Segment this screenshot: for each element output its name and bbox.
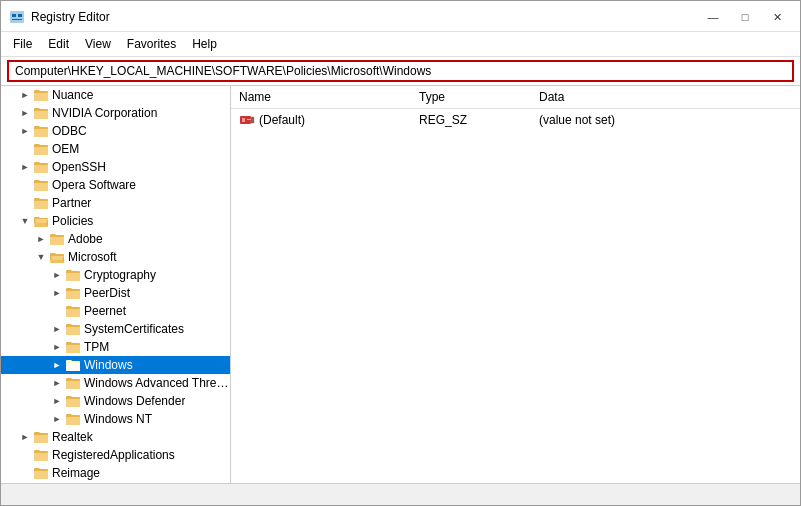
tree-label: Windows — [84, 358, 133, 372]
expand-arrow[interactable]: ► — [17, 87, 33, 103]
expand-arrow[interactable]: ► — [49, 393, 65, 409]
address-path: Computer\HKEY_LOCAL_MACHINE\SOFTWARE\Pol… — [15, 64, 431, 78]
cell-type: REG_SZ — [419, 113, 539, 127]
tree-label: Microsoft — [68, 250, 117, 264]
folder-icon — [33, 142, 49, 156]
tree-item-peernet[interactable]: ► Peernet — [1, 302, 230, 320]
tree-item-windows[interactable]: ► Windows — [1, 356, 230, 374]
tree-item-openssh[interactable]: ► OpenSSH — [1, 158, 230, 176]
tree-item-odbc[interactable]: ► ODBC — [1, 122, 230, 140]
maximize-button[interactable]: □ — [730, 7, 760, 27]
tree-item-reimage[interactable]: ► Reimage — [1, 464, 230, 482]
title-bar-left: Registry Editor — [9, 9, 110, 25]
tree-label: NVIDIA Corporation — [52, 106, 157, 120]
expand-arrow[interactable]: ► — [17, 123, 33, 139]
folder-icon — [65, 340, 81, 354]
expand-arrow[interactable]: ► — [49, 357, 65, 373]
expand-arrow[interactable]: ► — [17, 159, 33, 175]
expand-arrow[interactable]: ► — [49, 321, 65, 337]
tree-label: RegisteredApplications — [52, 448, 175, 462]
tree-item-watp[interactable]: ► Windows Advanced Threat Prote — [1, 374, 230, 392]
address-bar: Computer\HKEY_LOCAL_MACHINE\SOFTWARE\Pol… — [1, 57, 800, 86]
tree-item-cryptography[interactable]: ► Cryptography — [1, 266, 230, 284]
tree-item-partner[interactable]: ► Partner — [1, 194, 230, 212]
tree-label: TPM — [84, 340, 109, 354]
folder-icon — [33, 466, 49, 480]
tree-item-opera[interactable]: ► Opera Software — [1, 176, 230, 194]
tree-item-nuance[interactable]: ► Nuance — [1, 86, 230, 104]
column-type: Type — [419, 90, 539, 104]
tree-label: Realtek — [52, 430, 93, 444]
expand-arrow[interactable]: ► — [49, 339, 65, 355]
tree-label: Opera Software — [52, 178, 136, 192]
column-data: Data — [539, 90, 792, 104]
folder-icon — [33, 448, 49, 462]
tree-label: Policies — [52, 214, 93, 228]
address-box[interactable]: Computer\HKEY_LOCAL_MACHINE\SOFTWARE\Pol… — [7, 60, 794, 82]
column-name: Name — [239, 90, 419, 104]
folder-icon — [65, 358, 81, 372]
tree-item-adobe[interactable]: ► Adobe — [1, 230, 230, 248]
folder-icon — [33, 88, 49, 102]
tree-label: PeerDist — [84, 286, 130, 300]
tree-item-systemcerts[interactable]: ► SystemCertificates — [1, 320, 230, 338]
svg-rect-1 — [12, 14, 16, 17]
detail-rows: (Default) REG_SZ (value not set) — [231, 109, 800, 483]
tree-item-oem[interactable]: ► OEM — [1, 140, 230, 158]
svg-point-8 — [251, 119, 254, 122]
detail-header: Name Type Data — [231, 86, 800, 109]
tree-item-registered-apps[interactable]: ► RegisteredApplications — [1, 446, 230, 464]
expand-arrow[interactable]: ► — [33, 231, 49, 247]
cell-data: (value not set) — [539, 113, 792, 127]
tree-label: Windows Defender — [84, 394, 185, 408]
detail-row-default[interactable]: (Default) REG_SZ (value not set) — [231, 111, 800, 129]
tree-label: SystemCertificates — [84, 322, 184, 336]
expand-arrow[interactable]: ► — [17, 429, 33, 445]
expand-arrow[interactable]: ► — [49, 411, 65, 427]
tree-label: Windows NT — [84, 412, 152, 426]
folder-open-icon — [49, 250, 65, 264]
tree-item-realtek[interactable]: ► Realtek — [1, 428, 230, 446]
menu-edit[interactable]: Edit — [40, 34, 77, 54]
folder-open-icon — [33, 214, 49, 228]
tree-item-windows-defender[interactable]: ► Windows Defender — [1, 392, 230, 410]
folder-icon — [65, 394, 81, 408]
expand-arrow[interactable]: ▼ — [17, 213, 33, 229]
menu-view[interactable]: View — [77, 34, 119, 54]
tree-item-policies[interactable]: ▼ Policies — [1, 212, 230, 230]
registry-editor-window: Registry Editor — □ ✕ File Edit View Fav… — [0, 0, 801, 506]
menu-help[interactable]: Help — [184, 34, 225, 54]
folder-icon — [65, 286, 81, 300]
tree-label: Reimage — [52, 466, 100, 480]
close-button[interactable]: ✕ — [762, 7, 792, 27]
minimize-button[interactable]: — — [698, 7, 728, 27]
svg-rect-2 — [18, 14, 22, 17]
folder-icon — [33, 124, 49, 138]
expand-arrow[interactable]: ► — [49, 285, 65, 301]
tree-label: Nuance — [52, 88, 93, 102]
detail-panel: Name Type Data (Default) — [231, 86, 800, 483]
tree-label: Cryptography — [84, 268, 156, 282]
tree-item-peerdist[interactable]: ► PeerDist — [1, 284, 230, 302]
expand-arrow[interactable]: ► — [17, 105, 33, 121]
menu-favorites[interactable]: Favorites — [119, 34, 184, 54]
window-title: Registry Editor — [31, 10, 110, 24]
expand-arrow[interactable]: ▼ — [33, 249, 49, 265]
tree-panel[interactable]: ► Nuance ► NVIDIA Corporation ► — [1, 86, 231, 483]
main-content: ► Nuance ► NVIDIA Corporation ► — [1, 86, 800, 483]
tree-label: OEM — [52, 142, 79, 156]
tree-item-windows-nt[interactable]: ► Windows NT — [1, 410, 230, 428]
tree-item-tpm[interactable]: ► TPM — [1, 338, 230, 356]
expand-arrow[interactable]: ► — [49, 375, 65, 391]
svg-rect-5 — [242, 118, 245, 122]
reg-value-icon — [239, 113, 255, 127]
folder-icon — [65, 268, 81, 282]
folder-icon — [49, 232, 65, 246]
folder-icon — [33, 430, 49, 444]
menu-file[interactable]: File — [5, 34, 40, 54]
expand-arrow[interactable]: ► — [49, 267, 65, 283]
folder-icon — [33, 160, 49, 174]
tree-item-microsoft[interactable]: ▼ Microsoft — [1, 248, 230, 266]
tree-item-nvidia[interactable]: ► NVIDIA Corporation — [1, 104, 230, 122]
status-bar — [1, 483, 800, 505]
